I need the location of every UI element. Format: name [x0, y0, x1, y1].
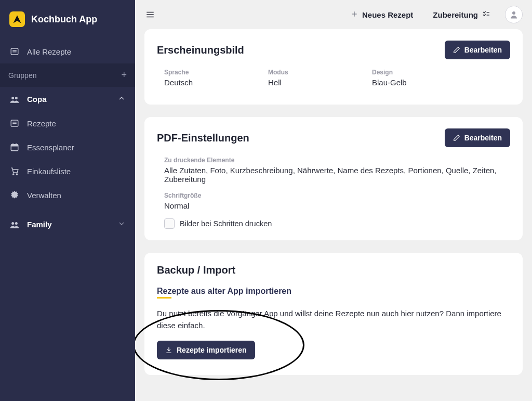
button-label: Bearbeiten [464, 134, 502, 142]
sidebar-item-manage[interactable]: Verwalten [0, 183, 135, 207]
svg-point-16 [15, 222, 18, 225]
sub-heading: Rezepte aus alter App importieren [157, 287, 510, 296]
sidebar-group-label: Copa [27, 95, 47, 104]
card-title: PDF-Einstellungen [157, 132, 249, 144]
svg-point-3 [11, 97, 14, 99]
plus-icon [351, 10, 358, 19]
top-link-label: Neues Rezept [362, 10, 413, 19]
field-value: Hell [268, 78, 351, 87]
top-preparation[interactable]: Zubereitung [428, 7, 496, 23]
card-appearance: Erscheinungsbild Bearbeiten Sprache Deut… [144, 29, 523, 105]
list-icon [9, 119, 20, 128]
card-pdf-settings: PDF-Einstellungen Bearbeiten Zu druckend… [144, 117, 523, 240]
avatar[interactable] [505, 6, 523, 23]
card-title: Erscheinungsbild [157, 44, 244, 56]
sidebar-item-label: Einkaufsliste [27, 167, 71, 176]
field-label: Design [372, 69, 455, 76]
main: Neues Rezept Zubereitung Erscheinungsbil… [135, 0, 532, 401]
edit-appearance-button[interactable]: Bearbeiten [445, 41, 510, 59]
menu-icon[interactable] [144, 10, 156, 19]
import-recipes-button[interactable]: Rezepte importieren [157, 341, 255, 359]
checklist-icon [482, 10, 490, 20]
pencil-icon [453, 134, 460, 141]
gear-icon [9, 190, 20, 200]
top-new-recipe[interactable]: Neues Rezept [345, 7, 418, 22]
chevron-up-icon [117, 94, 126, 104]
field-value: Alle Zutaten, Foto, Kurzbeschreibung, Nä… [164, 166, 510, 184]
checkbox-print-images[interactable]: Bilder bei Schritten drucken [157, 218, 510, 229]
plus-icon[interactable]: + [121, 70, 127, 81]
brand-logo [9, 11, 25, 27]
list-icon [9, 47, 20, 56]
sidebar-item-label: Essensplaner [27, 143, 74, 152]
sidebar-group-label: Family [27, 220, 52, 229]
field-label: Sprache [164, 69, 247, 76]
brand: Kochbuch App [0, 0, 135, 40]
button-label: Bearbeiten [464, 46, 502, 54]
svg-rect-9 [11, 145, 18, 147]
sidebar-group-family[interactable]: Family [0, 212, 135, 237]
field-value: Blau-Gelb [372, 78, 455, 87]
button-label: Rezepte importieren [177, 346, 247, 354]
sidebar-item-recipes[interactable]: Rezepte [0, 111, 135, 135]
sidebar: Kochbuch App Alle Rezepte Gruppen + Copa… [0, 0, 135, 401]
sidebar-section-label: Gruppen [8, 71, 36, 80]
svg-point-4 [15, 97, 18, 99]
brand-name: Kochbuch App [31, 14, 97, 25]
field-label: Zu druckende Elemente [164, 157, 510, 164]
sidebar-section-groups: Gruppen + [0, 63, 135, 87]
sidebar-group-copa[interactable]: Copa [0, 87, 135, 111]
body-text: Du nutzt bereits die Vorgänger App und w… [157, 308, 510, 331]
pencil-icon [453, 46, 460, 54]
sidebar-item-label: Verwalten [27, 191, 61, 200]
people-icon [9, 221, 20, 229]
field-label: Modus [268, 69, 351, 76]
edit-pdf-button[interactable]: Bearbeiten [445, 128, 510, 147]
sidebar-item-shopping[interactable]: Einkaufsliste [0, 159, 135, 183]
field-label: Schriftgröße [164, 192, 510, 199]
svg-point-15 [11, 222, 14, 225]
top-link-label: Zubereitung [433, 10, 478, 19]
cart-icon [9, 166, 20, 176]
calendar-icon [9, 143, 20, 152]
svg-point-24 [512, 11, 515, 15]
sidebar-item-label: Alle Rezepte [27, 47, 71, 56]
card-title: Backup / Import [157, 264, 235, 276]
checkbox-label: Bilder bei Schritten drucken [180, 219, 272, 228]
sidebar-item-all-recipes[interactable]: Alle Rezepte [0, 40, 135, 63]
chevron-down-icon [117, 219, 126, 229]
accent-underline [157, 297, 171, 299]
svg-point-13 [16, 174, 17, 175]
topbar: Neues Rezept Zubereitung [135, 0, 532, 29]
checkbox-box [164, 218, 175, 229]
import-icon [165, 346, 172, 354]
sidebar-item-planner[interactable]: Essensplaner [0, 135, 135, 159]
card-backup-import: Backup / Import Rezepte aus alter App im… [144, 253, 523, 375]
people-icon [9, 95, 20, 104]
sidebar-item-label: Rezepte [27, 119, 56, 128]
field-value: Deutsch [164, 78, 247, 87]
field-value: Normal [164, 201, 510, 210]
svg-point-12 [13, 174, 14, 175]
